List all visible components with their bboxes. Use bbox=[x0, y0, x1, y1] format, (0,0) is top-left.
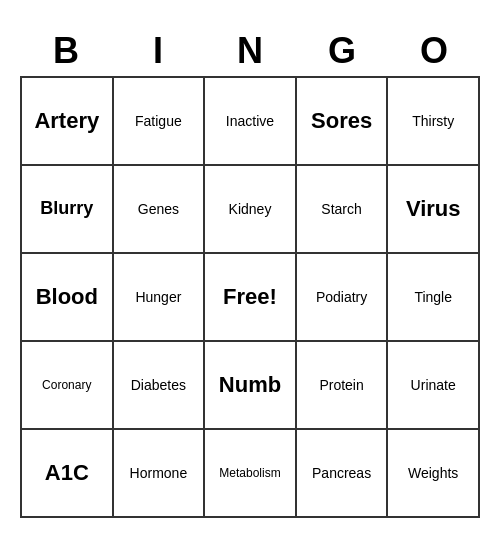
cell-text: Protein bbox=[319, 377, 363, 394]
cell-r3-c1[interactable]: Diabetes bbox=[114, 342, 206, 430]
cell-text: Genes bbox=[138, 201, 179, 218]
cell-r3-c4[interactable]: Urinate bbox=[388, 342, 480, 430]
cell-r2-c3[interactable]: Podiatry bbox=[297, 254, 389, 342]
cell-text: Numb bbox=[219, 372, 281, 398]
cell-r1-c4[interactable]: Virus bbox=[388, 166, 480, 254]
cell-text: Tingle bbox=[414, 289, 452, 306]
cell-r2-c4[interactable]: Tingle bbox=[388, 254, 480, 342]
bingo-grid: ArteryFatigueInactiveSoresThirstyBlurryG… bbox=[20, 76, 480, 518]
cell-r3-c2[interactable]: Numb bbox=[205, 342, 297, 430]
cell-text: Virus bbox=[406, 196, 461, 222]
header-letter-G: G bbox=[296, 26, 388, 76]
cell-r0-c2[interactable]: Inactive bbox=[205, 78, 297, 166]
bingo-header: BINGO bbox=[20, 26, 480, 76]
cell-text: Artery bbox=[34, 108, 99, 134]
cell-text: Podiatry bbox=[316, 289, 367, 306]
bingo-card: BINGO ArteryFatigueInactiveSoresThirstyB… bbox=[20, 26, 480, 518]
cell-text: Inactive bbox=[226, 113, 274, 130]
cell-text: Free! bbox=[223, 284, 277, 310]
cell-r0-c1[interactable]: Fatigue bbox=[114, 78, 206, 166]
cell-text: Sores bbox=[311, 108, 372, 134]
cell-r4-c3[interactable]: Pancreas bbox=[297, 430, 389, 518]
cell-r1-c2[interactable]: Kidney bbox=[205, 166, 297, 254]
cell-r4-c1[interactable]: Hormone bbox=[114, 430, 206, 518]
header-letter-I: I bbox=[112, 26, 204, 76]
cell-r1-c0[interactable]: Blurry bbox=[22, 166, 114, 254]
cell-text: Starch bbox=[321, 201, 361, 218]
cell-r0-c3[interactable]: Sores bbox=[297, 78, 389, 166]
cell-r3-c3[interactable]: Protein bbox=[297, 342, 389, 430]
cell-text: Weights bbox=[408, 465, 458, 482]
header-letter-N: N bbox=[204, 26, 296, 76]
cell-r0-c0[interactable]: Artery bbox=[22, 78, 114, 166]
cell-r2-c0[interactable]: Blood bbox=[22, 254, 114, 342]
cell-r1-c1[interactable]: Genes bbox=[114, 166, 206, 254]
cell-text: Thirsty bbox=[412, 113, 454, 130]
cell-r4-c0[interactable]: A1C bbox=[22, 430, 114, 518]
cell-text: Pancreas bbox=[312, 465, 371, 482]
cell-text: A1C bbox=[45, 460, 89, 486]
cell-r4-c4[interactable]: Weights bbox=[388, 430, 480, 518]
cell-text: Coronary bbox=[42, 378, 91, 392]
cell-text: Blurry bbox=[40, 198, 93, 220]
cell-text: Metabolism bbox=[219, 466, 280, 480]
cell-text: Blood bbox=[36, 284, 98, 310]
cell-r3-c0[interactable]: Coronary bbox=[22, 342, 114, 430]
cell-text: Hunger bbox=[135, 289, 181, 306]
cell-r4-c2[interactable]: Metabolism bbox=[205, 430, 297, 518]
header-letter-B: B bbox=[20, 26, 112, 76]
cell-text: Diabetes bbox=[131, 377, 186, 394]
cell-r0-c4[interactable]: Thirsty bbox=[388, 78, 480, 166]
cell-text: Hormone bbox=[130, 465, 188, 482]
cell-text: Urinate bbox=[411, 377, 456, 394]
cell-text: Fatigue bbox=[135, 113, 182, 130]
cell-r2-c2[interactable]: Free! bbox=[205, 254, 297, 342]
cell-r2-c1[interactable]: Hunger bbox=[114, 254, 206, 342]
cell-r1-c3[interactable]: Starch bbox=[297, 166, 389, 254]
header-letter-O: O bbox=[388, 26, 480, 76]
cell-text: Kidney bbox=[229, 201, 272, 218]
